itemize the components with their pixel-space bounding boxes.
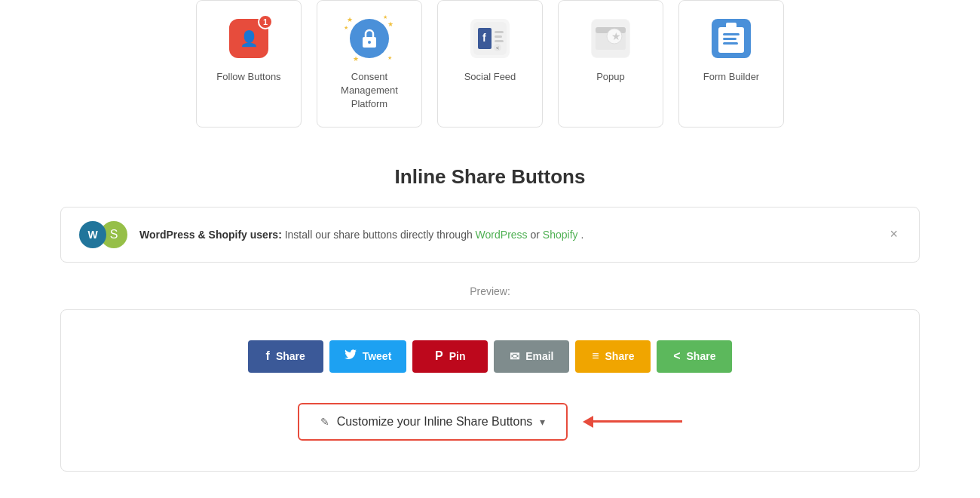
buffer-label: Share xyxy=(605,350,635,362)
svg-rect-5 xyxy=(495,31,504,33)
email-icon: ✉ xyxy=(510,349,519,364)
consent-label: Consent Management Platform xyxy=(329,70,410,112)
form-builder-label: Form Builder xyxy=(703,70,759,84)
wordpress-logo: W xyxy=(79,221,106,248)
social-feed-icon: f < xyxy=(470,19,510,58)
section-title: Inline Share Buttons xyxy=(60,165,920,189)
notification-badge: 1 xyxy=(258,14,273,29)
pinterest-label: Pin xyxy=(449,350,466,362)
share-button-twitter[interactable]: Tweet xyxy=(329,340,407,373)
pinterest-icon: P xyxy=(435,349,443,363)
follow-icon: 👤 1 xyxy=(229,19,268,58)
follow-buttons-label: Follow Buttons xyxy=(216,70,280,84)
arrow-line xyxy=(592,420,682,423)
preview-label: Preview: xyxy=(60,285,920,297)
shopify-link[interactable]: Shopify xyxy=(543,229,578,241)
wordpress-shopify-notice: W S WordPress & Shopify users: Install o… xyxy=(60,207,920,263)
card-form-builder[interactable]: Form Builder xyxy=(678,0,784,128)
svg-rect-6 xyxy=(495,35,502,38)
share-button-facebook[interactable]: f Share xyxy=(248,340,323,373)
customize-button-label: Customize your Inline Share Buttons xyxy=(337,415,533,429)
svg-text:<: < xyxy=(496,45,499,51)
social-feed-icon-container: f < xyxy=(467,16,513,61)
sharethis-icon: < xyxy=(673,349,680,363)
main-section: Inline Share Buttons W S WordPress & Sho… xyxy=(0,150,980,498)
twitter-label: Tweet xyxy=(363,350,392,362)
notice-or-text: or xyxy=(530,229,542,241)
notice-period: . xyxy=(580,229,583,241)
chevron-down-icon: ▾ xyxy=(540,416,545,428)
buffer-icon: ≡ xyxy=(592,349,599,363)
svg-point-1 xyxy=(368,41,371,44)
consent-icon: ★ ★ ★ ★ ★ ★ xyxy=(350,19,389,58)
social-feed-label: Social Feed xyxy=(464,70,516,84)
svg-rect-16 xyxy=(726,23,737,29)
share-buttons-row: f Share Tweet P Pin ✉ Email xyxy=(76,340,904,373)
notice-close-button[interactable]: × xyxy=(887,226,901,242)
svg-rect-19 xyxy=(723,42,738,45)
red-arrow-indicator xyxy=(583,416,682,428)
consent-icon-container: ★ ★ ★ ★ ★ ★ xyxy=(347,16,392,61)
popup-icon: ★ xyxy=(591,19,630,58)
form-builder-icon-container xyxy=(709,16,754,61)
share-button-pinterest[interactable]: P Pin xyxy=(412,340,488,373)
popup-label: Popup xyxy=(596,70,625,84)
share-button-sharethis[interactable]: < Share xyxy=(657,340,732,373)
customize-button[interactable]: ✎ Customize your Inline Share Buttons ▾ xyxy=(298,403,568,441)
follow-buttons-icon-container: 👤 1 xyxy=(226,16,271,61)
svg-rect-7 xyxy=(495,40,504,42)
notice-intro-text: Install our share buttons directly throu… xyxy=(285,229,476,241)
popup-icon-container: ★ xyxy=(588,16,633,61)
preview-container: f Share Tweet P Pin ✉ Email xyxy=(60,309,920,472)
share-button-email[interactable]: ✉ Email xyxy=(494,340,569,373)
svg-text:f: f xyxy=(482,32,486,44)
card-consent-management[interactable]: ★ ★ ★ ★ ★ ★ Consent Management Platform xyxy=(317,0,422,128)
form-builder-icon xyxy=(712,19,751,58)
svg-rect-17 xyxy=(723,33,740,35)
svg-rect-18 xyxy=(723,38,737,40)
facebook-icon: f xyxy=(266,349,270,363)
email-label: Email xyxy=(525,350,553,362)
wordpress-link[interactable]: WordPress xyxy=(476,229,528,241)
notice-text: WordPress & Shopify users: Install our s… xyxy=(139,229,874,241)
pencil-icon: ✎ xyxy=(320,416,329,428)
twitter-icon xyxy=(345,349,357,363)
page-wrapper: 👤 1 Follow Buttons ★ ★ xyxy=(0,0,980,498)
svg-text:★: ★ xyxy=(611,30,621,42)
card-popup[interactable]: ★ Popup xyxy=(558,0,663,128)
share-button-buffer[interactable]: ≡ Share xyxy=(575,340,651,373)
notice-icons: W S xyxy=(79,221,127,248)
facebook-label: Share xyxy=(276,350,305,362)
card-social-feed[interactable]: f < Social Feed xyxy=(437,0,543,128)
sharethis-label: Share xyxy=(687,350,716,362)
notice-bold-text: WordPress & Shopify users: xyxy=(139,229,282,241)
card-follow-buttons[interactable]: 👤 1 Follow Buttons xyxy=(196,0,302,128)
cards-section: 👤 1 Follow Buttons ★ ★ xyxy=(0,0,980,150)
customize-section: ✎ Customize your Inline Share Buttons ▾ xyxy=(76,403,904,441)
